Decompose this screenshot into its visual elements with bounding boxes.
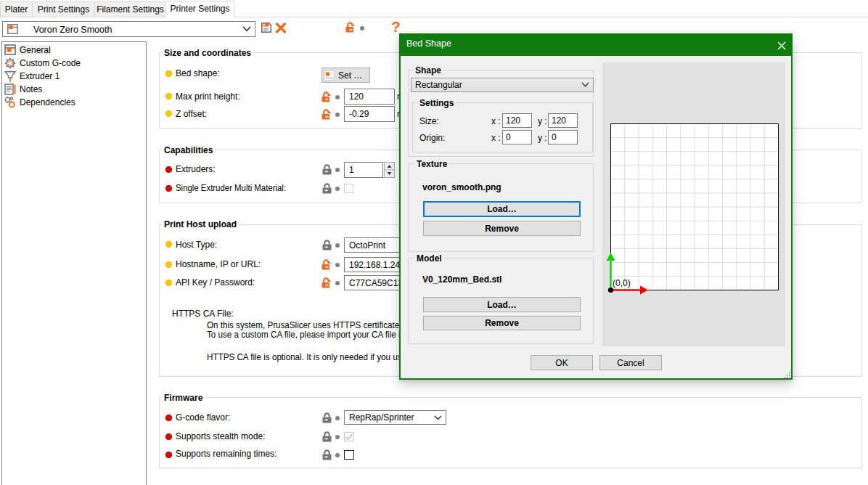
svg-text:(0,0): (0,0) (613, 278, 631, 288)
